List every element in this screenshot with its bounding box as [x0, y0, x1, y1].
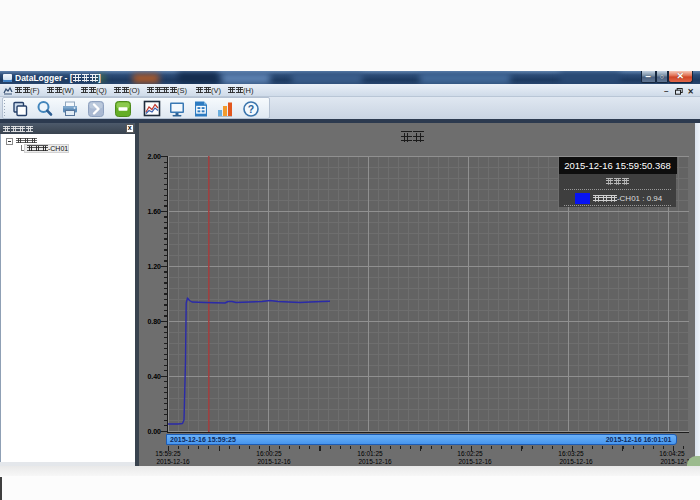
svg-text:?: ? [248, 103, 254, 115]
